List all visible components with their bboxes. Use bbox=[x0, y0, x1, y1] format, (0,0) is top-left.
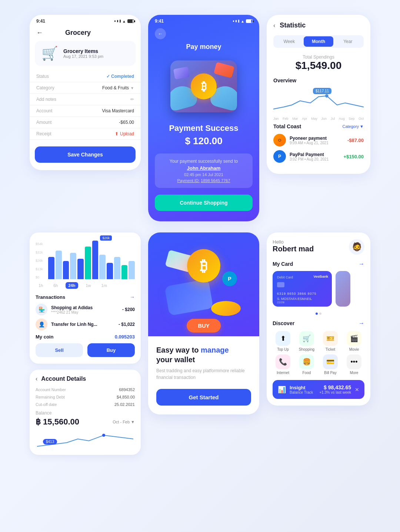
status-icons: ▲ bbox=[114, 19, 134, 23]
get-started-button[interactable]: Get Started bbox=[156, 389, 251, 406]
account-title: Account Details bbox=[41, 376, 86, 382]
balance-period: Oct - Feb ▼ bbox=[113, 420, 135, 424]
stat-chart-area: $117.11 JanFebMarApr MayJunJulAug SepOct bbox=[273, 88, 364, 118]
buy-button[interactable]: Buy bbox=[87, 343, 135, 357]
adidas-name: Shopping at Adidas bbox=[51, 305, 119, 310]
pay-money-screen: 9:41 ▲ ← Pay money ₿ bbox=[148, 15, 259, 221]
discover-movie[interactable]: 🎬 Movie bbox=[344, 331, 364, 351]
adidas-avatar: 🏪 bbox=[36, 304, 47, 315]
debit-card-1[interactable]: Debit Card Vestbank 6319 8650 3866 8075 … bbox=[273, 271, 332, 307]
category-row: Category Food & Fruits ▼ bbox=[30, 82, 141, 94]
dot-2 bbox=[319, 313, 321, 315]
sell-button[interactable]: Sell bbox=[36, 343, 83, 357]
notes-row: Add notes ✏ bbox=[30, 94, 141, 105]
transactions-title: Transactions bbox=[36, 294, 65, 300]
chart-tooltip: $117.11 bbox=[313, 88, 331, 94]
linh-name: Transfer for Linh Ng... bbox=[51, 322, 115, 327]
card-expiry: 22/28 bbox=[277, 301, 327, 304]
receipt-label: Receipt bbox=[36, 131, 51, 136]
billpay-icon: 💳 bbox=[323, 354, 338, 369]
insight-amount: $ 98,432.65 bbox=[319, 384, 351, 390]
buy-overlay-button[interactable]: BUY bbox=[187, 319, 221, 333]
wallet-screen: Hello Robert mad 🧔 My Card → Debit Card … bbox=[267, 232, 370, 406]
chart-labels: JanFebMarApr MayJunJulAug SepOct bbox=[273, 117, 364, 120]
grocery-screen: 9:41 ▲ ← Grocery 🛒 Grocery Items Aug 17,… bbox=[30, 15, 141, 170]
stat-back-button[interactable]: ‹ bbox=[273, 22, 275, 29]
discover-more[interactable]: ••• More bbox=[344, 354, 364, 375]
amount-value: -$65.00 bbox=[119, 120, 134, 125]
account-label: Account bbox=[36, 108, 52, 113]
upload-button[interactable]: ⬆ Upload bbox=[115, 131, 134, 136]
time-tab-1w[interactable]: 1w bbox=[83, 282, 94, 289]
period-month-tab[interactable]: Month bbox=[304, 36, 333, 47]
paypal-info: PayPal Payment 3:02 PM • Aug 20, 2021 bbox=[290, 152, 340, 161]
discover-food[interactable]: 🍔 Food bbox=[296, 354, 317, 375]
left-bottom-stack: $54k $31k $26k $13k $0 $26k bbox=[30, 232, 141, 455]
acc-cutoff-value: 25.02.2021 bbox=[114, 402, 135, 407]
discover-see-all[interactable]: → bbox=[359, 320, 364, 327]
buy-bottom-content: Easy way to manage your wallet Best trad… bbox=[148, 336, 259, 414]
user-avatar: 🧔 bbox=[349, 239, 364, 255]
discover-billpay[interactable]: 💳 Bill Pay bbox=[320, 354, 341, 375]
item-info: Grocery Items Aug 17, 2021 9:53 pm bbox=[63, 48, 103, 59]
linh-details: Transfer for Linh Ng... bbox=[51, 322, 115, 327]
status-time: 9:41 bbox=[36, 19, 45, 24]
dot-1 bbox=[316, 313, 318, 315]
time-tab-1m[interactable]: 1m bbox=[99, 282, 110, 289]
pyoneer-time: 9:09 AM • Aug 21, 2021 bbox=[290, 141, 344, 145]
back-button[interactable]: ← bbox=[36, 29, 43, 37]
account-back-button[interactable]: ‹ bbox=[36, 376, 37, 382]
transactions-see-all[interactable]: → bbox=[130, 294, 135, 300]
pyoneer-info: Pyoneer payment 9:09 AM • Aug 21, 2021 bbox=[290, 136, 344, 145]
status-value: Completed bbox=[106, 74, 134, 79]
period-week-tab[interactable]: Week bbox=[274, 36, 304, 47]
discover-internet[interactable]: 📞 Internet bbox=[273, 354, 293, 375]
edit-icon[interactable]: ✏ bbox=[130, 97, 134, 102]
movie-icon: 🎬 bbox=[347, 331, 361, 346]
insight-banner[interactable]: 📊 Insight Balance Track $ 98,432.65 +1.3… bbox=[273, 380, 364, 399]
bar-y-labels: $54k $31k $26k $13k $0 bbox=[36, 242, 46, 279]
mini-chart-badge: $413 bbox=[43, 439, 57, 445]
mini-chart-area: $413 bbox=[36, 430, 135, 448]
item-date: Aug 17, 2021 9:53 pm bbox=[63, 54, 103, 59]
bar-3 bbox=[63, 261, 69, 280]
discover-ticket[interactable]: 🎫 Ticket bbox=[320, 331, 341, 351]
total-amount: $1,549.00 bbox=[273, 60, 364, 72]
debit-card-2[interactable] bbox=[336, 271, 350, 307]
discover-shopping[interactable]: 🛒 Shopping bbox=[296, 331, 317, 351]
category-filter-button[interactable]: Category ▼ bbox=[342, 124, 364, 129]
acc-cutoff-row: Cut-off date 25.02.2021 bbox=[36, 402, 135, 407]
coins-stack bbox=[211, 301, 241, 316]
item-name: Grocery Items bbox=[63, 48, 103, 54]
user-name: Robert mad bbox=[273, 245, 314, 253]
acc-debt-row: Remaining Debt $4,850.00 bbox=[36, 395, 135, 399]
save-changes-button[interactable]: Save Changes bbox=[35, 146, 136, 163]
bar-2 bbox=[56, 251, 62, 279]
adidas-amount: - $200 bbox=[122, 307, 135, 312]
insight-text: Insight Balance Track bbox=[290, 385, 316, 394]
pay-status-time: 9:41 bbox=[155, 19, 164, 24]
continue-shopping-button[interactable]: Continue Shopping bbox=[155, 195, 253, 211]
receipt-row: Receipt ⬆ Upload bbox=[30, 128, 141, 140]
my-card-see-all[interactable]: → bbox=[359, 261, 364, 267]
status-label: Status bbox=[36, 74, 49, 79]
time-tab-6h[interactable]: 6h bbox=[50, 282, 61, 289]
buy-screen: ₿ P BUY Easy way to manage your wallet B… bbox=[148, 232, 259, 414]
pyoneer-name: Pyoneer payment bbox=[290, 136, 344, 141]
time-tab-1h[interactable]: 1h bbox=[36, 282, 46, 289]
svg-point-0 bbox=[325, 94, 329, 98]
discover-topup[interactable]: ⬆ Top Up bbox=[273, 331, 293, 351]
time-tab-24h[interactable]: 24h bbox=[66, 282, 79, 289]
statistic-screen: ‹ Statistic Week Month Year Total Spendi… bbox=[267, 15, 370, 174]
pay-back-button[interactable]: ← bbox=[155, 28, 166, 39]
insight-change: +1.3% vs last week bbox=[319, 390, 351, 394]
period-year-tab[interactable]: Year bbox=[333, 36, 363, 47]
pay-battery-icon bbox=[246, 19, 253, 23]
status-row: Status Completed bbox=[30, 71, 141, 82]
bar-10 bbox=[114, 257, 120, 280]
insight-close-button[interactable]: ✕ bbox=[355, 387, 359, 393]
food-icon: 🍔 bbox=[299, 354, 314, 369]
bar-9 bbox=[107, 263, 113, 279]
crypto-chart-card: $54k $31k $26k $13k $0 $26k bbox=[30, 232, 141, 364]
card-bank-label: Vestbank bbox=[313, 275, 328, 278]
